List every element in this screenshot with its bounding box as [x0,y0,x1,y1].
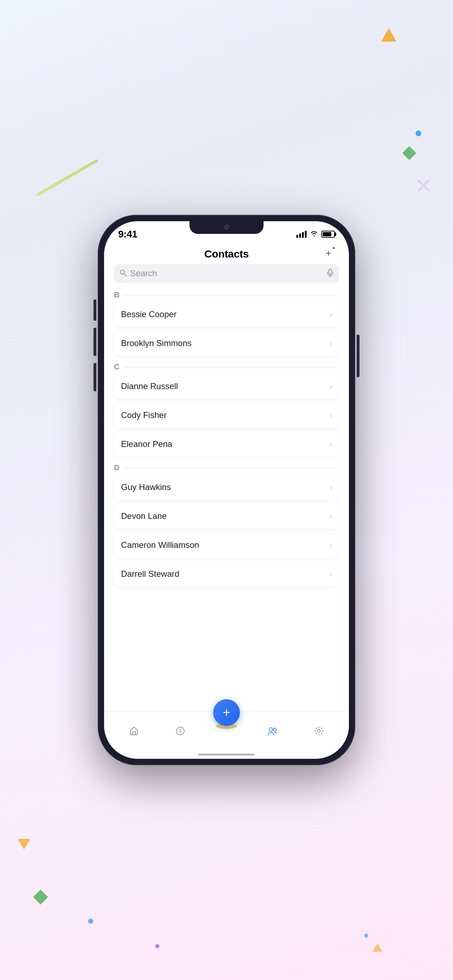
section-divider-c [124,367,339,367]
section-header-b: B [114,288,339,302]
status-time: 9:41 [118,229,137,240]
section-letter-c: C [114,362,119,371]
contact-name: Devon Lane [121,511,167,521]
bg-dot-purple [155,944,159,948]
bg-diamond-green2 [33,890,48,905]
chevron-right-icon: › [329,512,332,520]
contact-name: Bessie Cooper [121,309,176,319]
home-indicator [104,750,349,759]
svg-point-7 [269,728,273,731]
contact-name: Guy Hawkins [121,482,171,492]
contacts-icon [267,726,278,738]
contact-name: Cody Fisher [121,410,167,420]
add-contact-icon: + [326,248,331,258]
bg-line-yellow [36,159,98,197]
fab-add-button[interactable]: + [213,699,240,726]
status-icons [296,231,335,239]
search-icon [119,269,127,278]
side-button-silent [94,363,96,391]
wifi-icon [310,231,318,239]
screen-content: Contacts + S [104,242,349,759]
phone-outer: 9:41 [98,215,355,765]
bg-dot-blue2 [88,919,93,924]
contact-item-darrell-steward[interactable]: Darrell Steward › [114,561,339,587]
contacts-list: B Bessie Cooper › Brooklyn Simmons › C [104,288,349,711]
side-button-volume-up [94,299,96,321]
bg-diamond-green [402,146,416,160]
contact-item-bessie-cooper[interactable]: Bessie Cooper › [114,302,339,327]
chevron-right-icon: › [329,483,332,492]
chevron-right-icon: › [329,339,332,347]
payments-icon: $ [175,726,185,738]
section-header-d: D [114,460,339,474]
bg-triangle-orange2 [17,839,30,850]
tab-settings[interactable] [296,723,342,741]
settings-icon [314,726,324,738]
tab-bar: + [104,711,349,750]
bg-x-purple: × [415,169,432,202]
page-title: Contacts [204,248,249,260]
chevron-right-icon: › [329,382,332,391]
section-divider-d [124,468,339,468]
svg-text:$: $ [179,729,182,734]
section-divider-b [124,295,339,295]
bg-dot-blue3 [364,934,368,938]
add-contact-button[interactable]: + [322,247,335,259]
contact-item-guy-hawkins[interactable]: Guy Hawkins › [114,474,339,500]
phone-screen: 9:41 [104,221,349,759]
contact-name: Cameron Williamson [121,540,199,550]
contact-name: Brooklyn Simmons [121,338,192,348]
contact-item-cameron-williamson[interactable]: Cameron Williamson › [114,532,339,558]
search-container: Search [104,264,349,288]
section-header-c: C [114,360,339,374]
contact-name: Dianne Russell [121,381,178,391]
home-bar [198,754,255,756]
bg-triangle-orange [381,28,397,41]
side-button-volume-down [94,328,96,356]
tab-payments[interactable]: $ [157,723,203,741]
svg-point-9 [318,730,320,732]
search-input[interactable]: Search [130,269,324,278]
chevron-right-icon: › [329,541,332,549]
signal-bars-icon [296,231,307,238]
tab-home[interactable] [111,723,157,741]
camera [224,225,229,230]
svg-point-8 [273,728,276,731]
fab-plus-icon: + [223,706,230,719]
bg-triangle-orange3 [373,943,382,952]
search-bar[interactable]: Search [114,264,339,283]
battery-fill [323,232,331,236]
chevron-right-icon: › [329,440,332,449]
contact-name: Eleanor Pena [121,439,172,449]
chevron-right-icon: › [329,570,332,578]
svg-rect-2 [329,269,332,274]
contact-item-cody-fisher[interactable]: Cody Fisher › [114,402,339,428]
battery-icon [321,231,335,238]
chevron-right-icon: › [329,411,332,420]
svg-line-1 [124,274,126,276]
section-letter-d: D [114,463,119,473]
contacts-header: Contacts + [104,242,349,264]
side-button-power [357,335,359,377]
contact-item-devon-lane[interactable]: Devon Lane › [114,503,339,529]
fab-container: + [213,699,240,726]
notch [189,221,264,234]
microphone-icon[interactable] [327,269,334,278]
bg-dot-blue [416,130,421,136]
add-dot-indicator [332,246,335,250]
contact-item-eleanor-pena[interactable]: Eleanor Pena › [114,431,339,457]
contact-item-dianne-russell[interactable]: Dianne Russell › [114,374,339,399]
contact-item-brooklyn-simmons[interactable]: Brooklyn Simmons › [114,331,339,356]
phone-wrapper: 9:41 [98,215,355,765]
tab-contacts[interactable] [250,723,296,741]
chevron-right-icon: › [329,310,332,318]
home-icon [129,726,139,738]
contact-name: Darrell Steward [121,569,179,579]
section-letter-b: B [114,290,119,299]
